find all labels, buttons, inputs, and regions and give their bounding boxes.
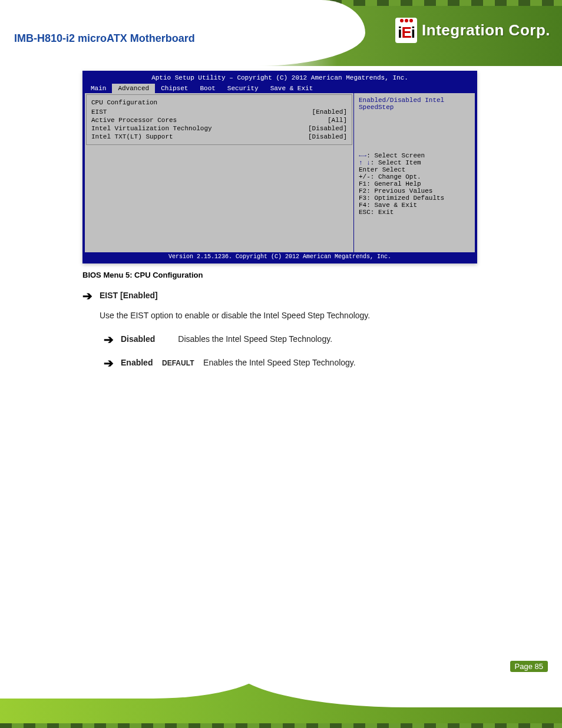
bios-key-row: ←→: Select Screen [359, 152, 470, 159]
bios-key-sym: F4 [359, 202, 366, 209]
bios-key-row: F2: Previous Values [359, 187, 470, 195]
bios-key-text: Select [382, 166, 406, 173]
option-value-text: Disabled Disables the Intel Speed Step T… [121, 332, 332, 347]
bios-row-label: EIST [91, 108, 107, 116]
bios-row-label: CPU Configuration [91, 99, 157, 106]
option-value-desc: Enables the Intel Speed Step Technology. [203, 358, 356, 367]
bios-key-row: ↑ ↓: Select Item [359, 159, 470, 166]
bios-tab-row: Main Advanced Chipset Boot Security Save… [85, 84, 475, 93]
option-value-desc: Disables the Intel Speed Step Technology… [178, 334, 332, 344]
brand-logo: iEi [395, 18, 417, 43]
arrow-right-icon: ➔ [104, 356, 114, 370]
bios-footer: Version 2.15.1236. Copyright (C) 2012 Am… [85, 252, 475, 261]
bios-key-row: Enter Select [359, 166, 470, 173]
option-heading: EIST [Enabled] [100, 289, 370, 303]
option-default-tag: DEFAULT [162, 359, 194, 367]
bios-help-text: Enabled/Disabled Intel SpeedStep [359, 97, 470, 111]
bios-right-pane: Enabled/Disabled Intel SpeedStep ←→: Sel… [354, 93, 475, 252]
bios-key-row: F1: General Help [359, 180, 470, 187]
bios-row-label: Active Processor Cores [91, 117, 177, 124]
bios-tab-advanced[interactable]: Advanced [112, 84, 155, 93]
bios-key-text: : Select Screen [366, 152, 425, 159]
page-number: Page 85 [510, 661, 548, 672]
bios-screenshot: Aptio Setup Utility – Copyright (C) 2012… [82, 71, 477, 263]
arrows-lr-icon: ←→ [359, 152, 366, 159]
bios-row-label: Intel Virtualization Technology [91, 125, 212, 132]
bios-row-value: [Disabled] [308, 133, 347, 140]
bios-row-vt[interactable]: Intel Virtualization Technology [Disable… [91, 124, 347, 133]
brand: iEi Integration Corp. [395, 18, 550, 43]
bios-row-value: [Enabled] [312, 108, 347, 116]
bios-key-text: : Exit [371, 209, 394, 216]
bios-row-value: [All] [328, 117, 347, 124]
bios-key-sym: +/- [359, 173, 371, 180]
bios-key-row: ESC: Exit [359, 209, 470, 216]
bios-key-row: F3: Optimized Defaults [359, 195, 470, 202]
footer-swoop-right [232, 651, 562, 707]
footer-band [0, 651, 562, 728]
brand-tagline: Integration Corp. [422, 21, 550, 39]
option-block-eist: ➔ EIST [Enabled] Use the EIST option to … [82, 289, 548, 323]
bios-key-sym: F1 [359, 180, 366, 187]
logo-dots [400, 19, 413, 22]
bios-key-row: +/-: Change Opt. [359, 173, 470, 180]
bios-row-value: [Disabled] [308, 125, 347, 132]
arrows-ud-icon: ↑ ↓ [359, 159, 371, 166]
logo-letter-i2: i [411, 24, 415, 41]
bios-tab-boot[interactable]: Boot [194, 84, 221, 93]
bios-tab-chipset[interactable]: Chipset [155, 84, 194, 93]
bios-row-active-cores[interactable]: Active Processor Cores [All] [91, 116, 347, 124]
bios-key-sym: F3 [359, 195, 366, 202]
bios-key-text: : Save & Exit [366, 202, 417, 209]
option-value-disabled: ➔ Disabled Disables the Intel Speed Step… [104, 332, 548, 347]
arrow-right-icon: ➔ [82, 289, 92, 303]
bios-key-text: : Select Item [371, 159, 421, 166]
arrow-right-icon: ➔ [104, 332, 114, 347]
bios-key-text: : Optimized Defaults [366, 195, 444, 202]
bios-row-eist[interactable]: EIST [Enabled] [91, 108, 347, 116]
option-description: Use the EIST option to enable or disable… [100, 309, 370, 323]
page-content: Aptio Setup Utility – Copyright (C) 2012… [0, 71, 562, 651]
bios-left-pane: CPU Configuration EIST [Enabled] Active … [85, 93, 354, 252]
bios-row-txt[interactable]: Intel TXT(LT) Support [Disabled] [91, 133, 347, 141]
bios-left-inner: CPU Configuration EIST [Enabled] Active … [86, 94, 352, 145]
option-value-enabled: ➔ Enabled DEFAULT Enables the Intel Spee… [104, 356, 548, 370]
bios-body: CPU Configuration EIST [Enabled] Active … [85, 93, 475, 252]
footer-swoop-left [0, 651, 271, 699]
bios-key-sym: F2 [359, 187, 366, 195]
option-value-label: Disabled [121, 334, 155, 344]
bios-key-text: : Previous Values [366, 187, 432, 195]
bios-tab-main[interactable]: Main [85, 84, 112, 93]
logo-text: iEi [398, 24, 415, 42]
bios-key-text: : General Help [366, 180, 421, 187]
figure-caption: BIOS Menu 5: CPU Configuration [82, 271, 548, 279]
bios-row-label: Intel TXT(LT) Support [91, 133, 173, 140]
bios-key-text: : Change Opt. [371, 173, 421, 180]
option-value-label: Enabled [121, 358, 153, 367]
bios-key-sym: Enter [359, 166, 378, 173]
bios-row-heading: CPU Configuration [91, 98, 347, 107]
bios-key-row: F4: Save & Exit [359, 202, 470, 209]
logo-letter-e: E [401, 24, 411, 41]
bios-tab-save-exit[interactable]: Save & Exit [265, 84, 319, 93]
bios-key-help: ←→: Select Screen ↑ ↓: Select Item Enter… [359, 152, 470, 216]
product-title: IMB-H810-i2 microATX Motherboard [14, 32, 195, 45]
bios-setup-title: Aptio Setup Utility – Copyright (C) 2012… [85, 73, 475, 84]
bios-key-sym: ESC [359, 209, 371, 216]
option-value-text: Enabled DEFAULT Enables the Intel Speed … [121, 356, 356, 370]
option-text: EIST [Enabled] Use the EIST option to en… [100, 289, 370, 323]
bios-tab-security[interactable]: Security [222, 84, 265, 93]
